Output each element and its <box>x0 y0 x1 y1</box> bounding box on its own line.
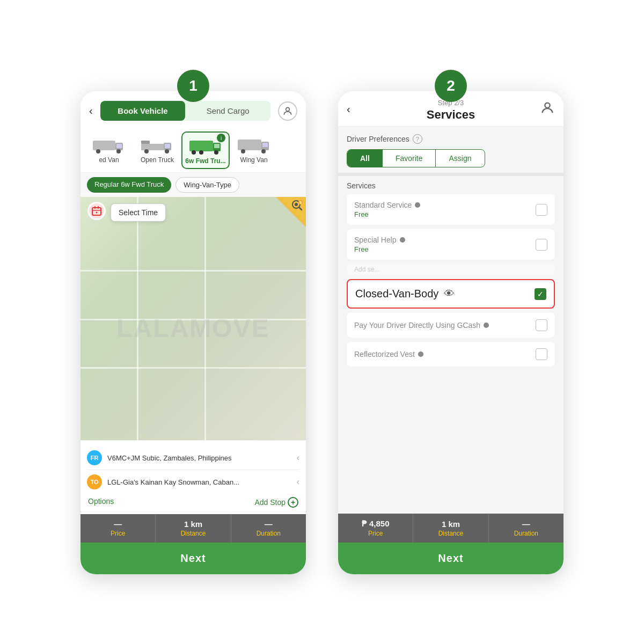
calendar-icon <box>87 201 106 221</box>
vehicle-item-6w-fwd[interactable]: i 6w Fwd Tru... <box>181 131 230 169</box>
vehicle-scroll: ed Van Open Truck <box>80 126 306 173</box>
checkbox-vest[interactable] <box>536 348 547 360</box>
options-link[interactable]: Options <box>88 497 114 508</box>
to-location-row[interactable]: TO LGL-Gia's Kainan Kay Snowman, Caban..… <box>87 470 299 494</box>
svg-point-4 <box>96 149 100 153</box>
duration-label-1: Duration <box>257 530 281 537</box>
screen2-title: Services <box>347 108 555 122</box>
user-icon-btn-1[interactable] <box>278 101 297 121</box>
driver-pref-label: Driver Preferences ? <box>347 134 555 144</box>
phone-screen-2: ‹ Step 2/3 Services Driver Preferences ? <box>338 91 564 574</box>
service-name-vest: Reflectorized Vest <box>354 350 536 358</box>
dot-icon-special-help <box>400 237 405 243</box>
vehicle-label-wing-van: Wing Van <box>240 156 267 164</box>
pref-tab-all[interactable]: All <box>347 150 383 167</box>
stat-price-1: — Price <box>80 514 156 543</box>
service-name-closed-van-body: Closed-Van-Body 👁 <box>355 288 535 300</box>
checkbox-closed-van-body[interactable]: ✓ <box>535 288 546 300</box>
duration-value-1: — <box>265 519 273 529</box>
services-label: Services <box>347 181 555 190</box>
price-label-2: Price <box>368 530 383 537</box>
price-label-1: Price <box>111 530 125 537</box>
duration-value-2: — <box>522 519 530 529</box>
from-dot: FR <box>87 450 102 465</box>
next-button-1[interactable]: Next <box>80 543 306 574</box>
phone-screen-1: ‹ Book Vehicle Send Cargo <box>80 91 306 574</box>
vehicle-label-6w-fwd: 6w Fwd Tru... <box>185 157 225 165</box>
service-info-closed-van-body: Closed-Van-Body 👁 <box>355 288 535 300</box>
vehicle-type-pills: Regular 6w Fwd Truck Wing-Van-Type <box>80 173 306 197</box>
dot-icon-vest <box>418 352 423 357</box>
select-time-button[interactable]: Select Time <box>111 203 166 222</box>
from-location-row[interactable]: FR V6MC+JM Subic, Zambales, Philippines … <box>87 446 299 470</box>
stat-price-2: ₱ 4,850 Price <box>338 514 413 543</box>
vehicle-item-wing-van[interactable]: Wing Van <box>230 131 278 169</box>
svg-rect-1 <box>93 141 115 150</box>
svg-point-35 <box>545 103 550 107</box>
page-wrapper: 1 ‹ Book Vehicle Send Cargo <box>0 0 644 644</box>
duration-label-2: Duration <box>514 530 538 537</box>
service-info-standard: Standard Service Free <box>354 201 536 218</box>
svg-rect-6 <box>141 144 164 150</box>
pref-tab-assign[interactable]: Assign <box>435 150 484 167</box>
svg-point-24 <box>89 203 104 218</box>
vehicle-item-open-truck[interactable]: Open Truck <box>133 131 181 169</box>
tab-book-vehicle[interactable]: Book Vehicle <box>100 101 186 121</box>
step2-badge: 2 <box>435 70 467 102</box>
svg-point-29 <box>96 212 98 214</box>
svg-point-17 <box>214 150 218 155</box>
distance-label-1: Distance <box>181 530 206 537</box>
svg-point-15 <box>192 150 196 155</box>
svg-line-32 <box>299 208 302 210</box>
svg-point-21 <box>241 149 245 153</box>
service-item-vest[interactable]: Reflectorized Vest <box>347 342 555 367</box>
dot-icon-gcash <box>484 323 489 328</box>
pill-wing-van-type[interactable]: Wing-Van-Type <box>175 177 239 193</box>
service-price-standard: Free <box>354 210 536 218</box>
map-road-h3 <box>80 367 306 369</box>
service-item-standard[interactable]: Standard Service Free <box>347 194 555 225</box>
to-chevron: ‹ <box>297 477 299 487</box>
back-button-1[interactable]: ‹ <box>89 105 93 117</box>
user-icon-btn-2[interactable] <box>540 100 555 118</box>
step2-container: 2 ‹ Step 2/3 Services Driver Preferences <box>338 70 564 574</box>
dot-icon-standard <box>415 202 420 208</box>
location-actions: Options Add Stop + <box>87 494 299 509</box>
svg-point-10 <box>144 149 149 153</box>
checkbox-special-help[interactable] <box>536 239 547 251</box>
checkbox-gcash[interactable] <box>536 319 547 331</box>
distance-value-1: 1 km <box>184 519 202 529</box>
help-icon[interactable]: ? <box>413 134 422 144</box>
map-area: LALAMOVE Select Time <box>80 197 306 440</box>
step1-container: 1 ‹ Book Vehicle Send Cargo <box>80 70 306 574</box>
svg-point-31 <box>295 203 298 206</box>
stat-duration-1: — Duration <box>231 514 306 543</box>
stat-distance-2: 1 km Distance <box>413 514 488 543</box>
svg-rect-20 <box>262 143 268 147</box>
vehicle-label-closed-van: ed Van <box>99 156 119 164</box>
pill-regular-6w[interactable]: Regular 6w Fwd Truck <box>87 177 171 193</box>
add-stop-link[interactable]: Add Stop + <box>254 497 298 508</box>
checkbox-standard[interactable] <box>536 204 547 216</box>
service-item-gcash[interactable]: Pay Your Driver Directly Using GCash <box>347 313 555 338</box>
plus-circle-icon: + <box>288 497 298 508</box>
services-section: Services Standard Service Free <box>338 173 564 514</box>
tab-group-1: Book Vehicle Send Cargo <box>100 101 270 121</box>
service-item-special-help[interactable]: Special Help Free <box>347 229 555 260</box>
svg-rect-18 <box>238 140 261 150</box>
price-value-1: — <box>114 519 122 529</box>
stat-distance-1: 1 km Distance <box>156 514 231 543</box>
service-item-closed-van-body[interactable]: Closed-Van-Body 👁 ✓ <box>347 279 555 309</box>
map-road-h1 <box>80 270 306 272</box>
to-dot: TO <box>87 474 102 489</box>
pref-tab-favorite[interactable]: Favorite <box>383 150 436 167</box>
vehicle-item-closed-van[interactable]: ed Van <box>85 131 133 169</box>
svg-rect-9 <box>165 144 170 148</box>
svg-point-22 <box>261 149 266 153</box>
tab-send-cargo[interactable]: Send Cargo <box>185 101 270 121</box>
back-button-2[interactable]: ‹ <box>347 103 350 115</box>
next-button-2[interactable]: Next <box>338 543 564 574</box>
svg-point-5 <box>116 149 121 153</box>
info-badge-6w: i <box>217 134 225 142</box>
svg-point-0 <box>286 107 290 111</box>
